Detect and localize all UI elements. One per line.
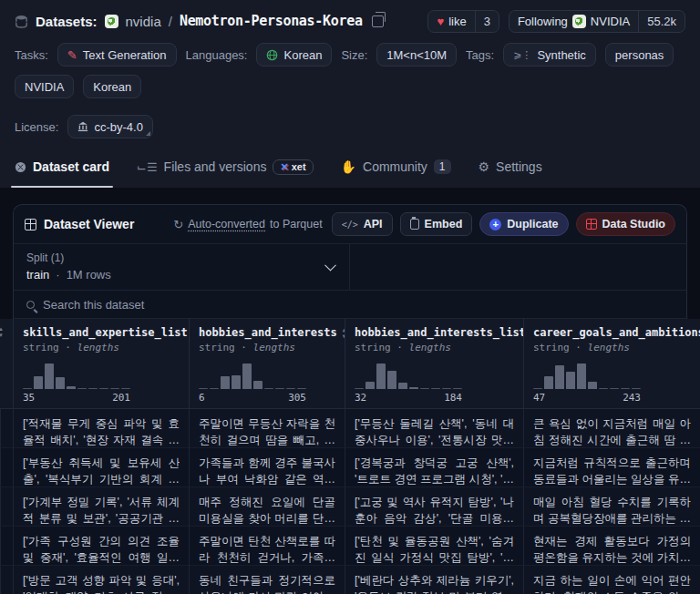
dots-icon: ⩾⋮ xyxy=(513,50,531,60)
histogram-bar[interactable] xyxy=(297,388,306,390)
table-cell: 지금처럼 규칙적으로 출근하며 동료들과 어울리는 일상을 유지하는 것에 만족… xyxy=(523,448,700,487)
column-name[interactable]: hobbies_and_interests▲▼ xyxy=(199,326,335,339)
dataset-title[interactable]: Nemotron-Personas-Korea xyxy=(180,13,363,29)
tab-bar: Dataset card ⌙☰ Files and versions ✕xet … xyxy=(0,146,700,188)
tag-korean-language[interactable]: Korean xyxy=(256,43,332,67)
histogram-bar[interactable] xyxy=(453,388,462,390)
copy-icon[interactable] xyxy=(372,15,384,27)
histogram-bar[interactable] xyxy=(577,364,586,389)
histogram-bar[interactable] xyxy=(566,372,575,389)
like-count[interactable]: 3 xyxy=(475,11,499,32)
histogram-bar[interactable] xyxy=(409,387,418,389)
tag-size[interactable]: 1M<n<10M xyxy=(376,43,457,67)
histogram-bar[interactable] xyxy=(56,377,65,389)
sort-icon[interactable]: ▲▼ xyxy=(0,326,11,338)
histogram-bar[interactable] xyxy=(99,388,108,390)
column-header-skills_and_expertise_list[interactable]: skills_and_expertise_list▲▼string · leng… xyxy=(13,319,189,409)
column-name[interactable]: hobbies_and_interests_list▲▼ xyxy=(355,326,514,339)
histogram-bar[interactable] xyxy=(232,375,241,389)
column-name[interactable]: skills_and_expertise_list▲▼ xyxy=(23,326,180,339)
histogram-bar[interactable] xyxy=(610,388,619,390)
table-cell: 매주 정해진 요일에 단골 미용실을 찾아 머리를 단정하게 다듬… xyxy=(189,487,345,527)
histogram-bar[interactable] xyxy=(242,364,252,389)
histogram-bar[interactable] xyxy=(621,388,630,390)
histogram-bar[interactable] xyxy=(253,381,262,389)
histogram-bar[interactable] xyxy=(420,388,429,390)
column-name[interactable]: career_goals_and_ambitions_list▲▼ xyxy=(533,326,691,339)
histogram-bar[interactable] xyxy=(77,388,87,390)
table-cell: ['무등산 둘레길 산책', '동네 대중사우나 이용', '전통시장 맛집 탐… xyxy=(345,409,523,448)
histogram-bar[interactable] xyxy=(110,388,119,390)
tag-korean[interactable]: Korean xyxy=(83,75,141,98)
followers-count[interactable]: 55.2k xyxy=(638,11,685,32)
tag-text-generation[interactable]: ✎ Text Generation xyxy=(57,43,177,67)
tab-files-and-versions[interactable]: ⌙☰ Files and versions ✕xet xyxy=(137,146,314,188)
histogram-bar[interactable] xyxy=(221,376,230,389)
like-button[interactable]: ♥ like 3 xyxy=(427,10,499,33)
histogram-bar[interactable] xyxy=(588,382,597,389)
histogram-bar[interactable] xyxy=(210,388,219,390)
org-link[interactable]: nvidia xyxy=(126,14,161,29)
table-cell: 현재는 경제 활동보다 가정의 평온함을 유지하는 것에 가치를 두며, 나중에… xyxy=(523,527,700,566)
tab-settings[interactable]: ⚙ Settings xyxy=(479,146,542,188)
histogram-range: 6305 xyxy=(199,392,306,404)
tab-community[interactable]: ✋ Community 1 xyxy=(341,146,451,188)
histogram-bar[interactable] xyxy=(23,388,32,390)
table-cell: 주말이면 탄천 산책로를 따라 천천히 걷거나, 가족들과 함께 정… xyxy=(189,527,345,566)
histogram-bar[interactable] xyxy=(355,388,364,390)
histogram-bar[interactable] xyxy=(286,388,295,390)
length-histogram[interactable] xyxy=(199,362,306,389)
metadata-tags: Tasks: ✎ Text Generation Languages: Kore… xyxy=(0,35,700,142)
search-bar[interactable] xyxy=(14,291,686,319)
histogram-bar[interactable] xyxy=(199,388,208,390)
search-input[interactable] xyxy=(43,298,407,312)
histogram-bar[interactable] xyxy=(632,388,641,390)
embed-button[interactable]: Embed xyxy=(400,212,473,236)
histogram-bar[interactable] xyxy=(34,376,43,389)
histogram-bar[interactable] xyxy=(121,388,130,390)
following-label: Following xyxy=(518,15,568,28)
column-type: string · lengths xyxy=(23,342,180,353)
column-header-hobbies_and_interests_list[interactable]: hobbies_and_interests_list▲▼string · len… xyxy=(345,319,523,409)
length-histogram[interactable] xyxy=(533,362,641,389)
histogram-bar[interactable] xyxy=(544,376,553,389)
tag-personas[interactable]: personas xyxy=(605,43,674,67)
histogram-bar[interactable] xyxy=(398,383,407,389)
histogram-bar[interactable] xyxy=(533,388,542,390)
length-histogram[interactable] xyxy=(23,362,130,389)
duplicate-button[interactable]: + Duplicate xyxy=(479,212,568,236)
license-building-icon xyxy=(77,121,88,132)
data-studio-button[interactable]: Data Studio xyxy=(576,212,675,236)
nvidia-avatar-small xyxy=(572,15,586,28)
api-button[interactable]: </> API xyxy=(332,212,393,236)
histogram-bar[interactable] xyxy=(88,388,98,390)
tag-synthetic[interactable]: ⩾⋮ Synthetic xyxy=(503,43,596,67)
split-selector[interactable]: Split (1) train · 1M rows xyxy=(14,244,350,290)
histogram-bar[interactable] xyxy=(275,388,284,390)
tab-dataset-card[interactable]: Dataset card xyxy=(15,146,109,188)
app-label: Datasets: xyxy=(36,14,98,29)
histogram-bar[interactable] xyxy=(599,388,608,390)
cell-text: ['방문 고객 성향 파악 및 응대', '임대차 계약 기초 서류 정리', … xyxy=(23,572,180,594)
histogram-bar[interactable] xyxy=(264,388,273,390)
histogram-bar[interactable] xyxy=(376,364,386,389)
histogram-bar[interactable] xyxy=(67,386,76,389)
histogram-bar[interactable] xyxy=(431,388,440,390)
auto-converted-note[interactable]: ↻ Auto-converted to Parquet xyxy=(173,218,322,231)
histogram-bar[interactable] xyxy=(555,365,564,389)
nvidia-avatar[interactable] xyxy=(105,15,118,28)
following-button[interactable]: Following NVIDIA 55.2k xyxy=(509,10,685,33)
column-header-career_goals_and_ambitions_list[interactable]: career_goals_and_ambitions_list▲▼string … xyxy=(523,319,700,409)
histogram-bar[interactable] xyxy=(45,364,54,389)
histogram-bar[interactable] xyxy=(442,388,451,390)
histogram-min: 47 xyxy=(533,392,545,404)
histogram-bar[interactable] xyxy=(387,371,396,389)
tag-nvidia[interactable]: NVIDIA xyxy=(15,75,74,98)
column-header-hobbies_and_interests[interactable]: hobbies_and_interests▲▼string · lengths6… xyxy=(189,319,345,409)
histogram-bar[interactable] xyxy=(365,382,375,389)
gear-icon: ⚙ xyxy=(479,159,490,174)
tag-license[interactable]: cc-by-4.0 xyxy=(67,115,152,138)
histogram-min: 32 xyxy=(355,392,366,404)
length-histogram[interactable] xyxy=(355,362,462,389)
refresh-icon: ↻ xyxy=(173,218,183,231)
